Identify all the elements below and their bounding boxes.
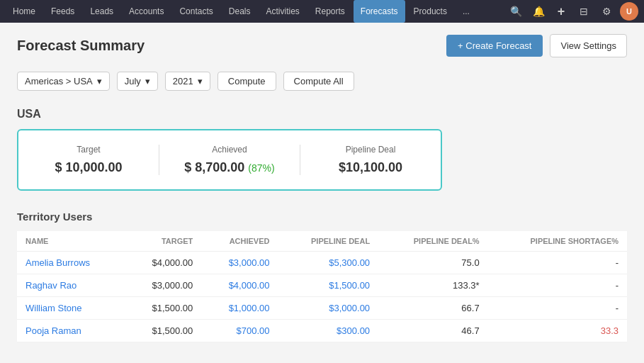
month-filter[interactable]: July ▾ [117,72,158,91]
user-avatar[interactable]: U [620,2,638,21]
month-chevron-icon: ▾ [145,76,150,86]
table-row: Raghav Rao $3,000.00 $4,000.00 $1,500.00… [17,274,627,297]
page-title: Forecast Summary [17,38,446,54]
achieved-label: Achieved [174,145,286,155]
cell-pipeline-shortage: - [488,297,627,320]
nav-contacts[interactable]: Contacts [172,0,220,23]
year-filter[interactable]: 2021 ▾ [165,72,210,91]
month-value: July [125,76,141,86]
pipeline-label: Pipeline Deal [315,145,426,155]
top-navigation: Home Feeds Leads Accounts Contacts Deals… [0,0,644,23]
territory-filter[interactable]: Americas > USA ▾ [17,72,110,91]
page-header: Forecast Summary + Create Forecast View … [17,34,627,57]
nav-products[interactable]: Products [407,0,454,23]
create-forecast-button[interactable]: + Create Forecast [446,35,543,57]
cell-name[interactable]: Amelia Burrows [17,252,125,274]
nav-home[interactable]: Home [6,0,43,23]
table-row: William Stone $1,500.00 $1,000.00 $3,000… [17,297,627,320]
col-header-name: NAME [17,231,125,252]
target-label: Target [33,145,145,155]
year-chevron-icon: ▾ [198,76,203,86]
settings-icon[interactable]: ⚙ [597,2,616,21]
view-settings-button[interactable]: View Settings [550,34,627,57]
cell-achieved: $700.00 [201,320,278,342]
cell-pipeline-shortage: - [488,274,627,297]
cell-target: $1,500.00 [125,320,201,342]
col-header-target: TARGET [125,231,201,252]
territory-users-table: NAME TARGET ACHIEVED PIPELINE DEAL PIPEL… [17,231,627,342]
cell-pipeline-shortage: 33.3 [488,320,627,342]
nav-deals[interactable]: Deals [222,0,258,23]
nav-accounts[interactable]: Accounts [122,0,171,23]
col-header-pipeline-deal: PIPELINE DEAL [278,231,378,252]
col-header-pipeline-shortage: PIPELINE SHORTAGE% [488,231,627,252]
region-label: USA [17,108,627,121]
cell-achieved: $4,000.00 [201,274,278,297]
territory-value: Americas > USA [25,76,93,86]
cell-achieved: $1,000.00 [201,297,278,320]
summary-pipeline: Pipeline Deal $10,100.00 [300,145,441,175]
nav-leads[interactable]: Leads [83,0,120,23]
cell-pipeline-deal: $300.00 [278,320,378,342]
bookmark-icon[interactable]: ⊟ [575,2,593,21]
filter-row: Americas > USA ▾ July ▾ 2021 ▾ Compute C… [17,72,627,91]
cell-pipeline-deal-pct: 75.0 [378,252,488,274]
cell-name[interactable]: William Stone [17,297,125,320]
nav-forecasts[interactable]: Forecasts [354,0,405,23]
nav-activities[interactable]: Activities [259,0,306,23]
bell-icon[interactable]: 🔔 [529,2,548,21]
cell-pipeline-deal: $1,500.00 [278,274,378,297]
nav-reports[interactable]: Reports [308,0,352,23]
compute-button[interactable]: Compute [218,72,276,91]
cell-target: $4,000.00 [125,252,201,274]
cell-pipeline-deal-pct: 66.7 [378,297,488,320]
plus-icon[interactable]: + [552,2,570,21]
summary-achieved: Achieved $ 8,700.00 (87%) [159,145,300,175]
table-header-row: NAME TARGET ACHIEVED PIPELINE DEAL PIPEL… [17,231,627,252]
table-row: Pooja Raman $1,500.00 $700.00 $300.00 46… [17,320,627,342]
target-value: $ 10,000.00 [33,160,145,175]
cell-pipeline-shortage: - [488,252,627,274]
year-value: 2021 [173,76,193,86]
cell-pipeline-deal: $5,300.00 [278,252,378,274]
cell-pipeline-deal-pct: 46.7 [378,320,488,342]
nav-more[interactable]: ... [456,0,477,23]
cell-name[interactable]: Pooja Raman [17,320,125,342]
cell-target: $1,500.00 [125,297,201,320]
achieved-pct: (87%) [248,162,274,174]
cell-pipeline-deal: $3,000.00 [278,297,378,320]
achieved-value: $ 8,700.00 (87%) [174,160,286,175]
cell-target: $3,000.00 [125,274,201,297]
page-content: Forecast Summary + Create Forecast View … [0,23,644,354]
nav-feeds[interactable]: Feeds [44,0,81,23]
territory-users-title: Territory Users [17,211,627,223]
col-header-pipeline-deal-pct: PIPELINE DEAL% [378,231,488,252]
table-row: Amelia Burrows $4,000.00 $3,000.00 $5,30… [17,252,627,274]
pipeline-value: $10,100.00 [315,160,426,175]
cell-pipeline-deal-pct: 133.3* [378,274,488,297]
territory-chevron-icon: ▾ [97,76,102,86]
cell-achieved: $3,000.00 [201,252,278,274]
search-icon[interactable]: 🔍 [507,2,525,21]
summary-target: Target $ 10,000.00 [18,145,159,175]
col-header-achieved: ACHIEVED [201,231,278,252]
summary-card: Target $ 10,000.00 Achieved $ 8,700.00 (… [17,129,442,191]
compute-all-button[interactable]: Compute All [283,72,354,91]
cell-name[interactable]: Raghav Rao [17,274,125,297]
